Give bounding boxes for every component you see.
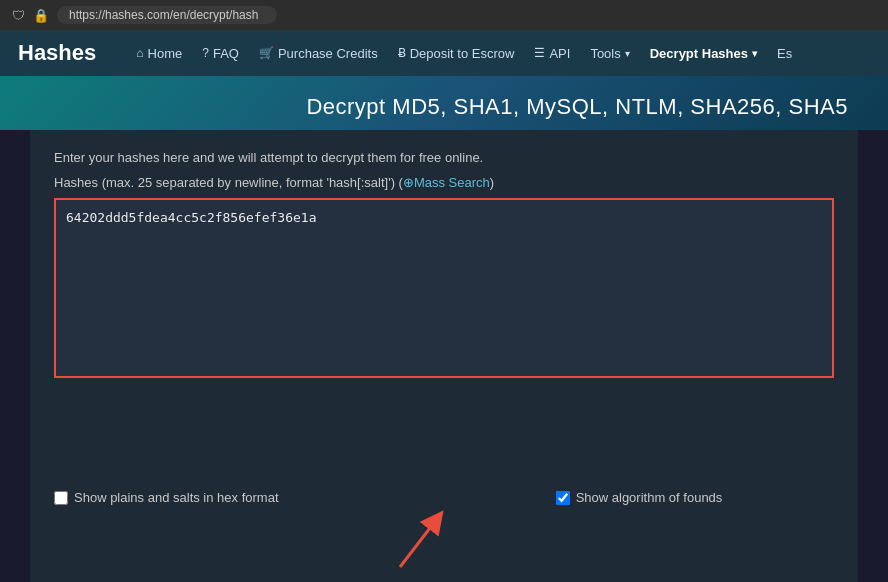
show-algorithm-label-text: Show algorithm of founds: [576, 490, 723, 505]
nav-api[interactable]: ☰ API: [524, 46, 580, 61]
mass-search-link[interactable]: ⊕Mass Search: [403, 175, 490, 190]
options-row: Show plains and salts in hex format Show…: [30, 480, 858, 505]
show-algorithm-label[interactable]: Show algorithm of founds: [556, 490, 723, 505]
nav-api-label: API: [549, 46, 570, 61]
nav-decrypt-hashes[interactable]: Decrypt Hashes ▾: [640, 46, 767, 61]
nav-faq-label: FAQ: [213, 46, 239, 61]
hero-title: Decrypt MD5, SHA1, MySQL, NTLM, SHA256, …: [40, 94, 848, 120]
navbar: Hashes ⌂ Home ? FAQ 🛒 Purchase Credits Ƀ…: [0, 30, 888, 76]
nav-tools-label: Tools: [590, 46, 620, 61]
svg-line-1: [400, 515, 440, 567]
instruction-text: Enter your hashes here and we will attem…: [54, 150, 834, 165]
tools-chevron-icon: ▾: [625, 48, 630, 59]
nav-es-label: Es: [777, 46, 792, 61]
hex-format-label[interactable]: Show plains and salts in hex format: [54, 490, 279, 505]
nav-home[interactable]: ⌂ Home: [126, 46, 192, 61]
textarea-wrapper: 64202ddd5fdea4cc5c2f856efef36e1a: [54, 198, 834, 382]
faq-icon: ?: [202, 46, 209, 60]
submit-row: SUBMIT & SEARCH: [30, 575, 858, 582]
nav-decrypt-hashes-label: Decrypt Hashes: [650, 46, 748, 61]
browser-bar: 🛡 🔒 https://hashes.com/en/decrypt/hash: [0, 0, 888, 30]
shield-icon: 🛡: [12, 8, 25, 23]
btc-icon: Ƀ: [398, 46, 406, 60]
lock-icon: 🔒: [33, 8, 49, 23]
cart-icon: 🛒: [259, 46, 274, 60]
nav-tools[interactable]: Tools ▾: [580, 46, 639, 61]
url-bar[interactable]: https://hashes.com/en/decrypt/hash: [57, 6, 277, 24]
option-show-algorithm: Show algorithm of founds: [444, 490, 834, 505]
option-hex-format: Show plains and salts in hex format: [54, 490, 444, 505]
nav-home-label: Home: [148, 46, 183, 61]
arrow-area: [30, 505, 858, 575]
hashes-label: Hashes (max. 25 separated by newline, fo…: [54, 175, 834, 190]
nav-es[interactable]: Es: [767, 46, 802, 61]
hero-section: Decrypt MD5, SHA1, MySQL, NTLM, SHA256, …: [0, 76, 888, 130]
show-algorithm-checkbox[interactable]: [556, 491, 570, 505]
red-arrow-annotation: [370, 505, 490, 570]
brand-logo[interactable]: Hashes: [18, 40, 96, 66]
hashes-label-close: ): [490, 175, 494, 190]
home-icon: ⌂: [136, 46, 143, 60]
hash-input[interactable]: 64202ddd5fdea4cc5c2f856efef36e1a: [54, 198, 834, 378]
main-content: Enter your hashes here and we will attem…: [30, 130, 858, 480]
nav-faq[interactable]: ? FAQ: [192, 46, 249, 61]
hex-format-checkbox[interactable]: [54, 491, 68, 505]
hex-format-label-text: Show plains and salts in hex format: [74, 490, 279, 505]
api-icon: ☰: [534, 46, 545, 60]
hashes-label-text: Hashes (max. 25 separated by newline, fo…: [54, 175, 403, 190]
nav-deposit-escrow-label: Deposit to Escrow: [410, 46, 515, 61]
nav-links: ⌂ Home ? FAQ 🛒 Purchase Credits Ƀ Deposi…: [126, 46, 870, 61]
nav-purchase-credits[interactable]: 🛒 Purchase Credits: [249, 46, 388, 61]
nav-purchase-credits-label: Purchase Credits: [278, 46, 378, 61]
nav-deposit-escrow[interactable]: Ƀ Deposit to Escrow: [388, 46, 525, 61]
decrypt-chevron-icon: ▾: [752, 48, 757, 59]
